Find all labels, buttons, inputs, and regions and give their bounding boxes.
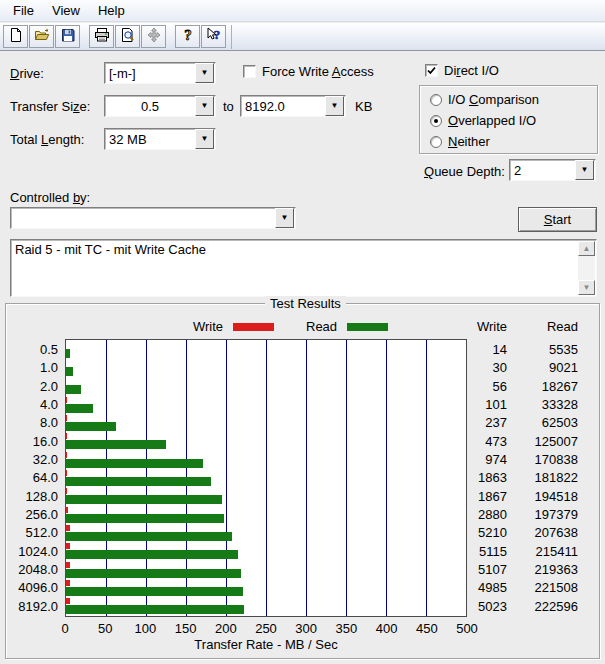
read-bar — [66, 477, 211, 486]
description-text: Raid 5 - mit TC - mit Write Cache — [15, 242, 574, 257]
ytick-label: 1.0 — [0, 359, 58, 376]
xtick-label: 100 — [135, 621, 157, 636]
ytick-label: 512.0 — [0, 524, 58, 541]
drive-value: [-m-] — [105, 66, 195, 81]
toolbar: ? ? — [0, 23, 605, 51]
legend-write: Write — [193, 319, 274, 334]
print-icon — [94, 27, 110, 46]
controlled-by-select[interactable]: ▼ — [10, 207, 296, 229]
help-icon: ? — [180, 27, 196, 46]
transfer-size-to-value: 8192.0 — [241, 99, 325, 114]
write-bar — [66, 543, 70, 549]
chart-row — [66, 579, 466, 596]
chevron-down-icon[interactable]: ▼ — [575, 160, 594, 180]
direct-io-checkbox[interactable]: Direct I/O — [425, 63, 499, 78]
ytick-label: 4096.0 — [0, 579, 58, 596]
write-value: 1863 — [457, 469, 507, 486]
read-value: 181822 — [518, 469, 578, 486]
legend-read-label: Read — [306, 319, 337, 334]
print-button[interactable] — [89, 25, 114, 48]
ytick-label: 16.0 — [0, 433, 58, 450]
help-button[interactable]: ? — [175, 25, 200, 48]
checkbox-box[interactable] — [425, 64, 438, 77]
legend-read: Read — [306, 319, 388, 334]
ytick-label: 2.0 — [0, 378, 58, 395]
ytick-label: 1024.0 — [0, 543, 58, 560]
context-help-button[interactable]: ? — [201, 25, 226, 48]
read-bar — [66, 495, 222, 504]
ytick-label: 64.0 — [0, 469, 58, 486]
read-value: 221508 — [518, 579, 578, 596]
read-bar — [66, 349, 70, 358]
move-button[interactable] — [141, 25, 166, 48]
drive-select[interactable]: [-m-] ▼ — [104, 62, 216, 84]
scroll-down-button[interactable]: ▼ — [578, 280, 595, 295]
transfer-size-from-select[interactable]: 0.5 ▼ — [104, 95, 216, 117]
write-value: 56 — [457, 378, 507, 395]
new-document-button[interactable] — [3, 25, 28, 48]
read-value: 125007 — [518, 433, 578, 450]
total-length-select[interactable]: 32 MB ▼ — [104, 128, 216, 150]
menu-view[interactable]: View — [43, 1, 89, 20]
io-comparison-label: I/O Comparison — [448, 92, 539, 107]
chevron-down-icon[interactable]: ▼ — [275, 208, 294, 228]
ytick-label: 256.0 — [0, 506, 58, 523]
check-icon — [427, 66, 436, 75]
write-value: 14 — [457, 341, 507, 358]
radio-circle[interactable] — [430, 115, 442, 127]
read-value: 5535 — [518, 341, 578, 358]
chevron-down-icon[interactable]: ▼ — [195, 96, 214, 116]
read-column-header: Read — [528, 319, 578, 334]
radio-overlapped-io[interactable]: Overlapped I/O — [430, 113, 536, 128]
write-bar — [66, 598, 70, 604]
chart-row — [66, 341, 466, 358]
queue-depth-select[interactable]: 2 ▼ — [509, 159, 596, 181]
total-length-label: Total Length: — [10, 132, 84, 147]
radio-neither[interactable]: Neither — [430, 134, 490, 149]
open-file-button[interactable] — [29, 25, 54, 48]
chart-row — [66, 378, 466, 395]
menu-file[interactable]: File — [4, 1, 43, 20]
read-bar — [66, 404, 93, 413]
chevron-down-icon[interactable]: ▼ — [325, 96, 344, 116]
read-value: 62503 — [518, 414, 578, 431]
read-value: 9021 — [518, 359, 578, 376]
save-icon — [60, 27, 76, 46]
menu-help[interactable]: Help — [89, 1, 134, 20]
transfer-size-to-select[interactable]: 8192.0 ▼ — [240, 95, 346, 117]
start-button[interactable]: Start — [518, 207, 597, 232]
checkbox-box[interactable] — [243, 65, 256, 78]
context-help-icon: ? — [206, 27, 222, 46]
write-value: 473 — [457, 433, 507, 450]
read-value: 219363 — [518, 561, 578, 578]
chart-row — [66, 543, 466, 560]
ytick-label: 8.0 — [0, 414, 58, 431]
write-column-header: Write — [457, 319, 507, 334]
force-write-access-checkbox[interactable]: Force Write Access — [243, 64, 374, 79]
force-write-access-label: Force Write Access — [262, 64, 374, 79]
print-preview-button[interactable] — [115, 25, 140, 48]
chart-row — [66, 396, 466, 413]
kb-unit-label: KB — [355, 99, 372, 114]
read-value: 222596 — [518, 598, 578, 615]
radio-circle[interactable] — [430, 94, 442, 106]
write-value: 5107 — [457, 561, 507, 578]
radio-io-comparison[interactable]: I/O Comparison — [430, 92, 539, 107]
write-bar — [66, 507, 68, 513]
read-value: 18267 — [518, 378, 578, 395]
chevron-down-icon[interactable]: ▼ — [195, 129, 214, 149]
radio-circle[interactable] — [430, 136, 442, 148]
legend-write-label: Write — [193, 319, 223, 334]
save-button[interactable] — [55, 25, 80, 48]
description-textarea[interactable]: Raid 5 - mit TC - mit Write Cache ▲ ▼ — [10, 239, 597, 297]
write-value: 5115 — [457, 543, 507, 560]
chart-row — [66, 359, 466, 376]
chart-rows — [66, 339, 466, 617]
write-value: 237 — [457, 414, 507, 431]
scroll-up-button[interactable]: ▲ — [578, 241, 595, 256]
read-value: 207638 — [518, 524, 578, 541]
write-value: 2880 — [457, 506, 507, 523]
description-scrollbar[interactable]: ▲ ▼ — [578, 241, 595, 295]
chevron-down-icon[interactable]: ▼ — [195, 63, 214, 83]
chart-row — [66, 414, 466, 431]
